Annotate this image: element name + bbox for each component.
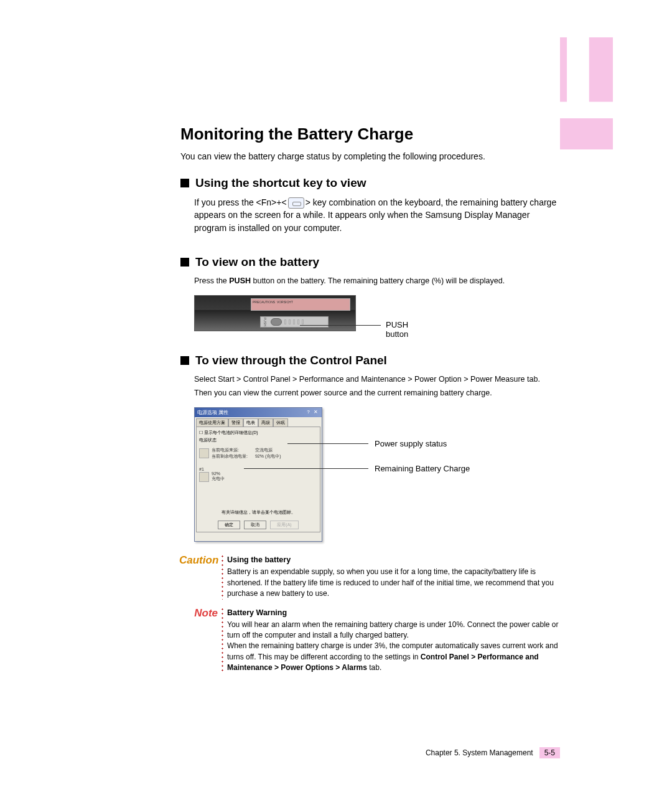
dialog-tabs: 电源使用方案 警报 电表 高级 休眠 (195, 417, 322, 427)
caution-text: Battery is an expendable supply, so when… (227, 567, 560, 599)
footer-page-number: 5-5 (539, 747, 560, 758)
square-bullet-icon (180, 258, 189, 267)
battery-icon (199, 472, 209, 482)
tab-scheme: 电源使用方案 (196, 418, 228, 427)
apply-button: 应用(A) (270, 521, 298, 529)
battery-key-icon (288, 197, 304, 209)
battery-figure: PRECAUTIONS VORSICHT PUSH PUSH button (194, 295, 431, 339)
tab-alarm: 警报 (228, 418, 243, 427)
section-battery-body: Press the PUSH button on the battery. Th… (194, 275, 560, 286)
page-title: Monitoring the Battery Charge (180, 125, 560, 144)
note-heading: Battery Warning (227, 607, 560, 618)
power-options-figure: 电源选项 属性? ✕ 电源使用方案 警报 电表 高级 休眠 ☐ 显示每个电池的详… (194, 407, 480, 544)
push-button-icon (271, 318, 282, 326)
page-footer: Chapter 5. System Management 5-5 (426, 747, 560, 758)
section-shortcut-title: Using the shortcut key to view (195, 176, 366, 190)
section-shortcut-heading: Using the shortcut key to view (180, 176, 560, 190)
chapter-number: 1 (529, 0, 619, 143)
push-button-callout: PUSH button (386, 320, 431, 339)
intro-text: You can view the battery charge status b… (180, 151, 560, 161)
note-badge: Note (179, 607, 222, 674)
tab-meter: 电表 (243, 418, 258, 427)
section-shortcut-body: If you press the <Fn>+<> key combination… (194, 196, 560, 234)
battery-sticker: PRECAUTIONS VORSICHT (251, 298, 350, 311)
window-controls-icon: ? ✕ (307, 409, 319, 416)
dialog-titlebar: 电源选项 属性? ✕ (195, 408, 322, 417)
note-text-2: When the remaining battery charge is und… (227, 641, 560, 673)
caution-block: Caution Using the battery Battery is an … (179, 554, 560, 599)
remaining-charge-callout: Remaining Battery Charge (375, 464, 470, 473)
dotted-rule (222, 554, 223, 599)
section-controlpanel-body1: Select Start > Control Panel > Performan… (194, 374, 560, 385)
battery-indicator-strip: PUSH (260, 316, 329, 328)
caution-badge: Caution (179, 554, 222, 599)
note-text-1: You will hear an alarm when the remainin… (227, 620, 560, 641)
dotted-rule (222, 607, 223, 674)
section-controlpanel-title: To view through the Control Panel (195, 354, 387, 367)
battery-image: PRECAUTIONS VORSICHT PUSH (194, 295, 356, 331)
section-battery-heading: To view on the battery (180, 255, 560, 269)
square-bullet-icon (180, 356, 189, 365)
section-controlpanel-heading: To view through the Control Panel (180, 354, 560, 367)
ok-button: 确定 (218, 521, 240, 529)
power-supply-row: 当前电源来源: 当前剩余电池电量: 交流电源 92% (充电中) (199, 447, 317, 460)
power-supply-callout: Power supply status (375, 439, 447, 448)
tab-advanced: 高级 (258, 418, 273, 427)
tab-hibernate: 休眠 (273, 418, 288, 427)
plug-icon (199, 448, 209, 458)
section-controlpanel-body2: Then you can view the current power sour… (194, 387, 560, 399)
cancel-button: 取消 (244, 521, 266, 529)
note-block: Note Battery Warning You will hear an al… (179, 607, 560, 674)
dialog-body: ☐ 显示每个电池的详细信息(D) 电源状态 当前电源来源: 当前剩余电池电量: … (196, 427, 320, 532)
caution-heading: Using the battery (227, 554, 560, 565)
section-battery-title: To view on the battery (195, 255, 319, 269)
power-options-dialog: 电源选项 属性? ✕ 电源使用方案 警报 电表 高级 休眠 ☐ 显示每个电池的详… (194, 407, 322, 542)
footer-chapter: Chapter 5. System Management (426, 748, 533, 757)
page-content: Monitoring the Battery Charge You can vi… (180, 125, 560, 674)
square-bullet-icon (180, 179, 189, 187)
